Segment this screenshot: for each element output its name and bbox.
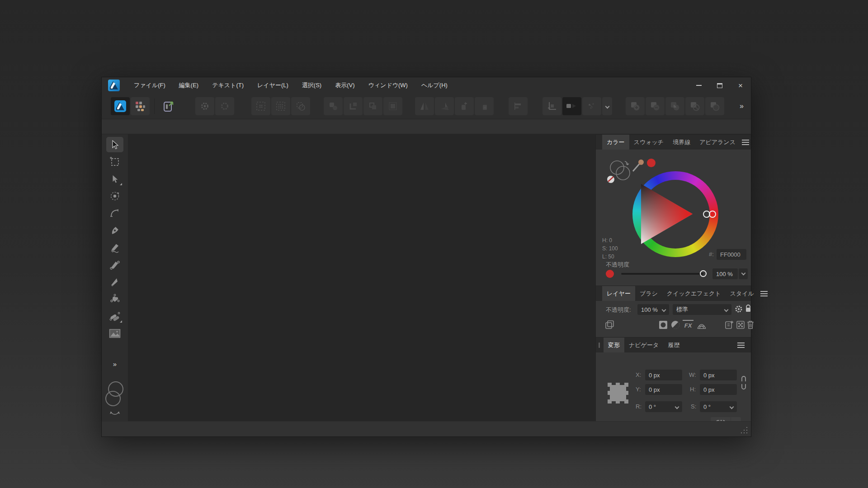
boolean-divide-button[interactable] <box>685 97 704 115</box>
tab-quick-fx[interactable]: クイックエフェクト <box>662 286 726 301</box>
tab-appearance[interactable]: アピアランス <box>695 135 740 150</box>
blend-options-gear-icon[interactable] <box>734 305 743 314</box>
flip-horizontal-button[interactable] <box>415 97 434 115</box>
y-input[interactable]: 0 px <box>645 384 682 395</box>
transparency-tool[interactable] <box>106 309 123 324</box>
duplicate-layers-icon[interactable] <box>605 320 615 330</box>
move-to-back-button[interactable] <box>383 97 402 115</box>
designer-persona-button[interactable] <box>111 97 130 115</box>
h-input[interactable]: 0 px <box>700 384 737 395</box>
tab-color[interactable]: カラー <box>602 135 629 150</box>
rotate-cw-button[interactable] <box>475 97 494 115</box>
maximize-button[interactable] <box>709 77 730 94</box>
boolean-intersect-button[interactable] <box>665 97 684 115</box>
opacity-slider[interactable] <box>621 273 703 275</box>
opacity-slider-handle[interactable] <box>700 270 707 277</box>
opacity-value-box[interactable]: 100 % <box>712 268 738 279</box>
move-tool[interactable] <box>106 137 123 152</box>
tab-navigator[interactable]: ナビゲータ <box>624 338 663 353</box>
move-to-front-button[interactable] <box>324 97 343 115</box>
knife-tool[interactable] <box>106 274 123 290</box>
pencil-tool[interactable] <box>106 240 123 255</box>
anchor-point-selector[interactable] <box>608 383 628 404</box>
delete-layer-trash-icon[interactable] <box>746 320 755 330</box>
artboard-tool[interactable] <box>106 154 123 169</box>
panel-menu-icon[interactable] <box>759 289 769 298</box>
mask-layer-icon[interactable] <box>658 320 668 330</box>
toolbar-gear-1-button[interactable] <box>195 97 214 115</box>
select-dots-large-button[interactable] <box>271 97 290 115</box>
w-input[interactable]: 0 px <box>700 370 737 380</box>
swap-fill-stroke-button[interactable] <box>109 410 121 418</box>
adjustment-layer-icon[interactable] <box>670 320 680 330</box>
flip-vertical-button[interactable] <box>435 97 454 115</box>
fill-tool[interactable] <box>106 291 123 307</box>
checker-icon[interactable] <box>736 320 745 330</box>
tab-transform[interactable]: 変形 <box>604 338 624 353</box>
snapping-axis-button[interactable] <box>542 97 561 115</box>
fill-stroke-mini-widget[interactable] <box>606 158 634 186</box>
move-backward-button[interactable] <box>363 97 382 115</box>
opacity-dropdown-button[interactable] <box>739 268 748 279</box>
corner-tool[interactable] <box>106 206 123 221</box>
panel-grip[interactable] <box>599 343 600 348</box>
x-input[interactable]: 0 px <box>645 370 682 380</box>
fill-stroke-selector[interactable] <box>104 381 125 408</box>
fx-icon[interactable]: FX <box>683 320 693 330</box>
pen-tool[interactable] <box>106 223 123 238</box>
link-aspect-icon[interactable] <box>741 376 747 389</box>
tab-history[interactable]: 履歴 <box>663 338 684 353</box>
menu-help[interactable]: ヘルプ(H) <box>415 77 454 94</box>
minimize-button[interactable] <box>689 77 709 94</box>
move-forward-button[interactable] <box>344 97 363 115</box>
menu-layer[interactable]: レイヤー(L) <box>250 77 295 94</box>
snapping-dropdown-button[interactable] <box>602 97 612 115</box>
boolean-combine-button[interactable] <box>705 97 724 115</box>
menu-file[interactable]: ファイル(F) <box>127 77 172 94</box>
select-overlap-button[interactable] <box>291 97 310 115</box>
panel-menu-icon[interactable] <box>736 341 746 350</box>
current-color-swatch[interactable] <box>647 159 656 167</box>
stroke-color-circle[interactable] <box>105 391 121 406</box>
alignment-button[interactable] <box>509 97 528 115</box>
tab-layers[interactable]: レイヤー <box>602 286 635 301</box>
tools-expand-button[interactable]: » <box>113 360 117 368</box>
resize-grip[interactable] <box>740 426 747 433</box>
boolean-subtract-button[interactable] <box>646 97 665 115</box>
eyedropper-icon[interactable] <box>631 158 647 173</box>
pixel-persona-button[interactable] <box>131 97 150 115</box>
vector-brush-tool[interactable] <box>106 257 123 272</box>
menu-text[interactable]: テキスト(T) <box>205 77 250 94</box>
tab-stroke[interactable]: 境界線 <box>668 135 695 150</box>
select-dots-small-button[interactable] <box>251 97 270 115</box>
menu-select[interactable]: 選択(S) <box>295 77 328 94</box>
tab-swatches[interactable]: スウォッチ <box>629 135 669 150</box>
canvas[interactable] <box>128 134 596 421</box>
hex-input[interactable]: FF0000 <box>717 249 746 260</box>
add-layer-icon[interactable] <box>724 320 734 330</box>
hue-ring-marker[interactable] <box>709 211 716 218</box>
toolbar-gear-2-button[interactable] <box>215 97 234 115</box>
layers-opacity-dropdown[interactable]: 100 % <box>637 304 669 315</box>
close-button[interactable]: × <box>730 77 751 94</box>
rotate-ccw-button[interactable] <box>455 97 474 115</box>
menu-window[interactable]: ウィンドウ(W) <box>362 77 415 94</box>
node-tool[interactable] <box>106 171 123 187</box>
mesh-warp-icon[interactable] <box>696 320 707 330</box>
picture-frame-tool[interactable] <box>106 326 123 341</box>
blend-mode-dropdown[interactable]: 標準 <box>673 304 731 315</box>
menu-edit[interactable]: 編集(E) <box>172 77 205 94</box>
point-transform-tool[interactable] <box>106 188 123 204</box>
panel-menu-icon[interactable] <box>740 138 751 147</box>
snapping-presets-button[interactable] <box>582 97 601 115</box>
lock-icon[interactable] <box>745 304 751 313</box>
tab-brushes[interactable]: ブラシ <box>635 286 662 301</box>
boolean-add-button[interactable] <box>626 97 645 115</box>
toolbar-overflow-button[interactable]: » <box>739 100 745 112</box>
s-dropdown[interactable]: 0 ° <box>700 401 737 412</box>
r-dropdown[interactable]: 0 ° <box>645 401 682 412</box>
menu-view[interactable]: 表示(V) <box>328 77 361 94</box>
export-persona-button[interactable] <box>159 97 178 115</box>
snapping-toggle-button[interactable] <box>562 97 581 115</box>
tab-styles[interactable]: スタイル <box>726 286 759 301</box>
